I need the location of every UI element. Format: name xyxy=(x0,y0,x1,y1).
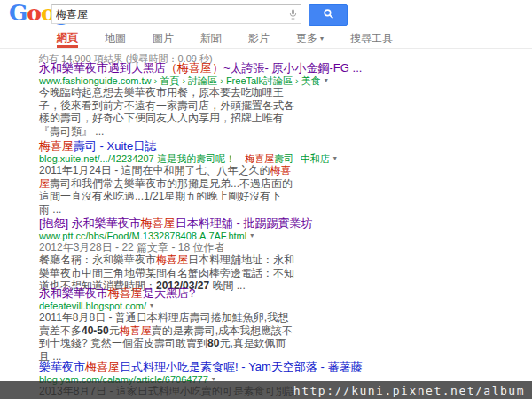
text-part: 今晚臨時起意想去樂華夜市用餐，原本要去吃咖哩王 xyxy=(39,86,284,98)
nav-bar: 網頁地圖圖片新聞影片更多▾搜尋工具 xyxy=(0,29,532,49)
text-part: 樣的壽司，好奇心下便同友人入內享用，招牌上唯有 xyxy=(39,112,284,124)
result-dropdown-icon[interactable]: ▾ xyxy=(333,154,337,162)
text-part: defeatevill.blogspot.com/ xyxy=(39,301,146,311)
tab-news[interactable]: 新聞 xyxy=(200,29,222,48)
text-part: 元 xyxy=(109,325,120,337)
text-part: 是大黑店? xyxy=(143,286,195,300)
text-part: 梅喜屋 xyxy=(141,216,176,230)
result-title-link[interactable]: 梅喜屋壽司 - Xuite日誌 xyxy=(39,140,465,153)
result-url: blog.xuite.net/.../42234207-這是我的壽司呢！—梅喜屋… xyxy=(39,153,465,164)
text-part: 屋 xyxy=(39,177,50,190)
result-meta: 2012年3月28日 - 22 篇文章 - 18 位作者 xyxy=(39,241,465,254)
tab-label: 更多 xyxy=(296,31,317,46)
result-title-link[interactable]: 永和樂華夜市遇到大黑店（梅喜屋）~太誇張- 原小小金鋼-FG ... xyxy=(39,62,465,74)
text-part: 樂華夜市 xyxy=(39,360,85,373)
text-part: 『壽司類』 ... xyxy=(39,125,104,137)
text-part: 2011年8月8日 - 普通日本料理店壽司捲加鮭魚卵,我想 xyxy=(39,311,288,324)
text-part: 80 xyxy=(207,337,219,349)
text-part: 日本料理舖地址：永和 xyxy=(188,254,294,266)
result-dropdown-icon[interactable]: ▾ xyxy=(150,301,153,309)
logo-letter: o xyxy=(27,0,41,26)
text-part: [抱怨] 永和樂華夜市 xyxy=(39,216,141,230)
text-part: 梅喜屋 xyxy=(85,360,120,373)
search-result: 永和樂華夜市梅喜屋是大黑店?defeatevill.blogspot.com/▾… xyxy=(39,287,465,363)
text-part: ~太誇張- 原小小金鋼-FG ... xyxy=(223,61,362,74)
text-part: 永和樂華夜市 xyxy=(39,286,108,300)
result-url: www.fashionguide.com.tw › 首頁 › 討論區 › Fre… xyxy=(39,75,465,86)
text-part: 賣的是素壽司,成本我想應該不 xyxy=(152,325,293,337)
result-title-link[interactable]: 樂華夜市梅喜屋日式料理小吃是素食喔! - Yam天空部落 - 蕃薯藤 xyxy=(39,361,465,373)
result-snippet: 今晚臨時起意想去樂華夜市用餐，原本要去吃咖哩王子，後來看到前方不遠有一家壽司店，… xyxy=(39,86,411,137)
text-part: 餐廳名稱：永和樂華夜市 xyxy=(39,254,156,266)
text-part: 到十塊錢? 竟然一個蛋皮壽司敢賣到 xyxy=(39,337,207,349)
text-part: 雨 ... xyxy=(39,203,61,215)
text-part: 子，後來看到前方不遠有一家壽司店，外頭擺置各式各 xyxy=(39,99,294,112)
text-part: 梅喜屋 xyxy=(245,153,274,164)
tab-maps[interactable]: 地圖 xyxy=(105,29,126,48)
text-part: 梅喜屋 xyxy=(156,254,188,266)
search-result: 梅喜屋壽司 - Xuite日誌blog.xuite.net/.../422342… xyxy=(39,140,465,215)
chevron-down-icon: ▾ xyxy=(320,35,324,43)
search-box xyxy=(51,4,301,24)
text-part: 日本料理舖 - 批踢踢實業坊 xyxy=(176,216,313,230)
tab-search-tools[interactable]: 搜尋工具 xyxy=(350,29,393,48)
text-part: （梅喜屋） xyxy=(166,61,223,74)
search-icon xyxy=(323,8,334,22)
result-dropdown-icon[interactable]: ▾ xyxy=(325,76,328,84)
result-url: www.ptt.cc/bbs/Food/M.1332878408.A.7AF.h… xyxy=(39,231,465,241)
text-part: 賣差不多 xyxy=(39,325,82,337)
text-part: 樂華夜市中間三角地帶某間有名蟹肉棒旁邊電話：不知 xyxy=(39,267,294,279)
search-result: [抱怨] 永和樂華夜市梅喜屋日本料理舖 - 批踢踢實業坊www.ptt.cc/b… xyxy=(39,217,465,293)
tab-label: 新聞 xyxy=(200,31,222,46)
text-part: 壽司和我們常去樂華夜市的那攤是兄弟...不過店面的 xyxy=(50,177,293,190)
tab-label: 網頁 xyxy=(57,30,78,45)
tab-label: 地圖 xyxy=(105,31,126,46)
tab-label: 影片 xyxy=(248,31,270,46)
tab-videos[interactable]: 影片 xyxy=(248,29,270,48)
tab-more[interactable]: 更多▾ xyxy=(296,29,324,48)
logo-letter: G xyxy=(9,0,27,26)
result-snippet: 2011年1月24日 - 這間在中和開了七、八年之久的梅喜屋壽司和我們常去樂華夜… xyxy=(39,164,411,215)
text-part: 壽司--中和店 xyxy=(274,153,329,164)
result-url: defeatevill.blogspot.com/▾ xyxy=(39,301,465,311)
result-dropdown-icon[interactable]: ▾ xyxy=(250,231,254,239)
text-part: 壽司 - Xuite日誌 xyxy=(74,139,156,153)
result-title-link[interactable]: 永和樂華夜市梅喜屋是大黑店? xyxy=(39,287,465,300)
tab-label: 搜尋工具 xyxy=(350,31,393,46)
result-snippet: 2011年8月8日 - 普通日本料理店壽司捲加鮭魚卵,我想賣差不多40-50元梅… xyxy=(39,311,411,363)
text-part: 永和樂華夜市遇到大黑店 xyxy=(39,61,166,74)
text-part: www.ptt.cc/bbs/Food/M.1332878408.A.7AF.h… xyxy=(39,231,246,241)
text-part: 40-50 xyxy=(82,325,109,337)
text-part: 梅喜屋 xyxy=(39,139,74,153)
text-part: blog.xuite.net/.../42234207-這是我的壽司呢！— xyxy=(39,153,245,164)
mic-icon[interactable] xyxy=(285,8,301,20)
tab-images[interactable]: 圖片 xyxy=(153,29,174,48)
search-result: 永和樂華夜市遇到大黑店（梅喜屋）~太誇張- 原小小金鋼-FG ...www.fa… xyxy=(39,62,465,137)
text-part: 元,真是欽佩而 xyxy=(219,337,286,349)
text-part: 日式料理小吃是素食喔! - Yam天空部落 - 蕃薯藤 xyxy=(120,360,362,373)
text-part: 梅喜屋 xyxy=(120,325,152,337)
watermark-bar: http://kuni.pixnet.net/album xyxy=(0,381,532,399)
text-part: 2011年1月24日 - 這間在中和開了七、八年之久的 xyxy=(39,164,270,176)
search-button[interactable] xyxy=(309,4,348,26)
tab-web[interactable]: 網頁 xyxy=(57,29,78,48)
watermark-url: http://kuni.pixnet.net/album xyxy=(293,384,525,397)
result-title-link[interactable]: [抱怨] 永和樂華夜市梅喜屋日本料理舖 - 批踢踢實業坊 xyxy=(39,217,465,230)
text-part: 梅喜屋 xyxy=(108,286,143,300)
text-part: 梅喜 xyxy=(270,164,292,176)
text-part: www.fashionguide.com.tw › 首頁 › 討論區 › Fre… xyxy=(39,75,321,86)
search-input[interactable] xyxy=(52,8,285,20)
text-part: 這間一直沒有來吃過...1/21星期五的晚上剛好沒有下 xyxy=(39,190,281,202)
tab-label: 圖片 xyxy=(153,31,174,46)
